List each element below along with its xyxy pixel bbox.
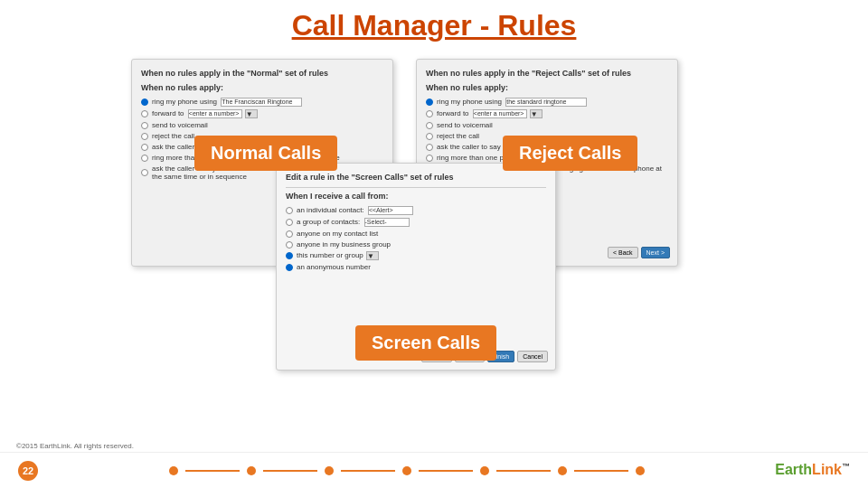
radio-3[interactable]: [141, 122, 148, 129]
reject-calls-badge: Reject Calls: [503, 136, 637, 171]
normal-panel-subheader: When no rules apply:: [141, 83, 383, 92]
copyright-text: ©2015 EarthLink. All rights reserved.: [16, 442, 134, 450]
screen-panel-subheader: When I receive a call from:: [286, 192, 546, 201]
dot-5: [480, 466, 489, 475]
screen-radio-1[interactable]: [286, 207, 293, 214]
progress-dots: [38, 466, 775, 475]
screen-radio-2[interactable]: [286, 219, 293, 226]
screen-cancel-button[interactable]: Cancel: [517, 351, 548, 362]
screen-option-2: a group of contacts: -Select-: [286, 218, 546, 227]
reject-radio-5[interactable]: [426, 144, 433, 151]
reject-panel-buttons: < Back Next >: [608, 247, 670, 258]
radio-4[interactable]: [141, 133, 148, 140]
dot-line-1: [185, 470, 240, 472]
reject-panel-header: When no rules apply in the "Reject Calls…: [426, 69, 668, 78]
dot-line-6: [574, 470, 628, 472]
reject-next-button[interactable]: Next >: [641, 247, 670, 258]
screen-option-1: an individual contact: <<Alert>: [286, 206, 546, 215]
screen-radio-6[interactable]: [286, 264, 293, 271]
screen-radio-5[interactable]: [286, 252, 293, 259]
dot-line-3: [341, 470, 395, 472]
reject-radio-3[interactable]: [426, 122, 433, 129]
dot-3: [325, 466, 334, 475]
reject-back-button[interactable]: < Back: [608, 247, 638, 258]
normal-option-2: forward to <enter a number>▼: [141, 109, 383, 118]
slide-number: 22: [18, 461, 38, 481]
radio-2[interactable]: [141, 110, 148, 117]
reject-option-1: ring my phone using the standard rington…: [426, 98, 668, 107]
normal-panel-header: When no rules apply in the "Normal" set …: [141, 69, 383, 78]
screen-calls-badge: Screen Calls: [355, 325, 496, 361]
reject-radio-2[interactable]: [426, 110, 433, 117]
dot-6: [558, 466, 567, 475]
radio-7[interactable]: [141, 169, 148, 176]
content-area: When no rules apply in the "Normal" set …: [0, 50, 868, 456]
dot-4: [402, 466, 411, 475]
screen-radio-3[interactable]: [286, 230, 293, 238]
screen-radio-4[interactable]: [286, 241, 293, 249]
logo-link: Link: [812, 463, 842, 478]
screen-option-3: anyone on my contact list: [286, 230, 546, 238]
normal-calls-badge: Normal Calls: [194, 136, 337, 171]
logo-earth: Earth: [775, 463, 812, 478]
dot-1: [169, 466, 178, 475]
reject-panel-subheader: When no rules apply:: [426, 83, 668, 92]
screen-option-4: anyone in my business group: [286, 240, 546, 249]
reject-radio-6[interactable]: [426, 155, 433, 162]
reject-option-2: forward to <enter a number>▼: [426, 109, 668, 118]
footer: 22 EarthLink™: [0, 452, 868, 488]
normal-option-3: send to voicemail: [141, 121, 383, 129]
dot-2: [247, 466, 256, 475]
dot-line-2: [263, 470, 317, 472]
dot-line-4: [419, 470, 473, 472]
screen-panel-header: Edit a rule in the "Screen Calls" set of…: [286, 173, 546, 182]
reject-radio-1[interactable]: [426, 99, 433, 106]
dot-7: [636, 466, 645, 475]
screen-option-6: an anonymous number: [286, 263, 546, 271]
earthlink-logo: EarthLink™: [775, 462, 850, 478]
radio-6[interactable]: [141, 155, 148, 162]
radio-5[interactable]: [141, 144, 148, 151]
reject-option-3: send to voicemail: [426, 121, 668, 129]
dot-line-5: [496, 470, 551, 472]
screen-option-5: this number or group ▼: [286, 251, 546, 260]
normal-option-1: ring my phone using The Franciscan Ringt…: [141, 98, 383, 107]
logo-tm: ™: [842, 462, 850, 471]
page-title: Call Manager - Rules: [0, 0, 868, 50]
reject-radio-4[interactable]: [426, 133, 433, 140]
radio-1[interactable]: [141, 99, 148, 106]
